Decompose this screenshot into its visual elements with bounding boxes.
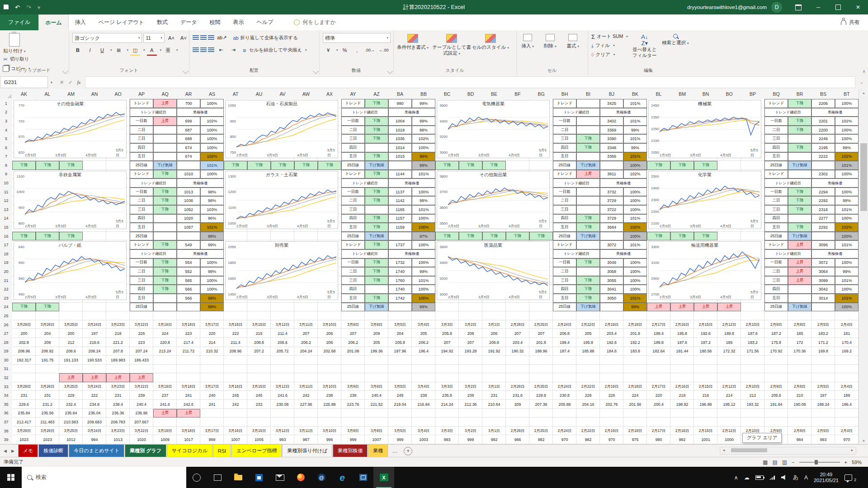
column-header-BG[interactable]: BG <box>529 89 553 99</box>
data-cell[interactable]: 201.56 <box>623 400 647 409</box>
align-left-icon[interactable] <box>193 47 199 52</box>
trend-value[interactable] <box>576 152 600 161</box>
data-cell[interactable]: 198.92 <box>670 400 694 409</box>
data-cell[interactable]: 1023 <box>12 435 36 444</box>
action-center-icon[interactable] <box>844 474 852 481</box>
row-header-31[interactable]: 31 <box>0 365 13 374</box>
trend-value[interactable]: 下げ気味 <box>153 161 177 170</box>
trend-value[interactable]: 下げ気味 <box>365 161 388 170</box>
date-cell[interactable]: 3月2日 <box>459 382 482 391</box>
data-cell[interactable]: 229 <box>59 391 83 400</box>
data-cell[interactable]: 186.433 <box>130 356 153 365</box>
data-cell[interactable]: 230.8 <box>553 391 576 400</box>
trend-value[interactable] <box>576 205 600 214</box>
data-cell[interactable]: 993 <box>435 435 459 444</box>
more-sheets-button[interactable]: … <box>388 445 401 457</box>
trend-value[interactable]: 上昇 <box>788 276 811 285</box>
date-cell[interactable]: 3月15日 <box>247 427 271 436</box>
data-cell[interactable]: 197.96 <box>388 347 412 356</box>
date-cell[interactable]: 2月8日 <box>788 382 811 391</box>
close-button[interactable]: ✕ <box>848 0 868 14</box>
data-cell[interactable]: 987 <box>294 435 318 444</box>
sheet-tab-RSI[interactable]: RSI <box>213 445 231 457</box>
trend-value[interactable] <box>153 152 177 161</box>
avatar[interactable]: D <box>771 2 782 13</box>
trend-value[interactable]: 上昇 <box>788 240 811 249</box>
data-cell[interactable]: 226 <box>600 391 623 400</box>
date-cell[interactable]: 3月24日 <box>83 382 106 391</box>
date-cell[interactable]: 2月12日 <box>717 382 741 391</box>
trend-value[interactable]: 下降 <box>576 285 600 294</box>
data-cell[interactable]: 215 <box>247 329 271 338</box>
date-cell[interactable]: 3月23日 <box>106 382 130 391</box>
data-cell[interactable]: 180.56 <box>694 347 717 356</box>
trend-value[interactable]: 下降 <box>788 188 811 197</box>
fill-button[interactable]: ⤓フィル▾ <box>591 41 628 50</box>
data-cell[interactable]: 999 <box>459 435 482 444</box>
row-header-39[interactable]: 39 <box>0 435 13 444</box>
row-header-6[interactable]: 6 <box>0 143 13 153</box>
data-cell[interactable]: 1005 <box>247 435 271 444</box>
data-cell[interactable]: 207.8 <box>106 347 130 356</box>
data-cell[interactable]: 242 <box>294 391 318 400</box>
data-cell[interactable]: 207.667 <box>130 418 153 427</box>
date-cell[interactable]: 3月22日 <box>130 382 153 391</box>
data-cell[interactable]: 970 <box>553 435 576 444</box>
chart-機械業[interactable]: 機械業245023502250215020502月5日3月5日4月5日5月5日 <box>648 100 761 158</box>
font-color-button[interactable]: A <box>146 46 157 55</box>
data-cell[interactable]: 239 <box>412 391 435 400</box>
column-header-BT[interactable]: BT <box>835 89 859 99</box>
trend-value[interactable]: 上昇 <box>153 99 177 108</box>
trend-value[interactable]: 下降 <box>365 188 388 197</box>
date-cell[interactable]: 3月17日 <box>200 382 224 391</box>
sheet-tab-サイコロジカル[interactable]: サイコロジカル <box>167 445 212 457</box>
trend-value[interactable]: 下降 <box>576 214 600 223</box>
trend-value[interactable]: 下降 <box>153 240 177 249</box>
date-cell[interactable]: 3月17日 <box>200 427 224 436</box>
data-cell[interactable]: 231.2 <box>36 400 59 409</box>
row-header-8[interactable]: 8 <box>0 161 13 170</box>
cancel-formula-button[interactable]: ✕ <box>60 80 64 85</box>
marker-cell[interactable]: 下降 <box>694 161 717 170</box>
chart-パルプ・紙[interactable]: パルプ・紙6405905404902月5日3月5日4月5日5月5日 <box>14 241 127 300</box>
date-cell[interactable]: 3月10日 <box>318 427 341 436</box>
data-cell[interactable]: 999 <box>341 435 365 444</box>
date-cell[interactable]: 3月9日 <box>341 427 365 436</box>
data-cell[interactable]: 982 <box>529 435 553 444</box>
data-cell[interactable]: 183.2 <box>741 338 764 347</box>
trend-value[interactable]: 下げ気味 <box>576 303 600 312</box>
tab-ヘルプ[interactable]: ヘルプ <box>250 14 280 30</box>
trend-value[interactable] <box>365 143 388 152</box>
borders-button[interactable]: ⊞ <box>113 46 124 55</box>
data-cell[interactable]: 221.52 <box>365 400 388 409</box>
date-cell[interactable]: 3月17日 <box>200 320 224 329</box>
tab-校閲[interactable]: 校閲 <box>203 14 227 30</box>
date-cell[interactable]: 3月12日 <box>271 320 294 329</box>
data-cell[interactable]: 189.983 <box>106 356 130 365</box>
data-cell[interactable]: 192.2 <box>623 338 647 347</box>
trend-value[interactable]: 下降 <box>576 258 600 267</box>
data-cell[interactable]: 227.96 <box>294 400 318 409</box>
date-cell[interactable]: 2月16日 <box>670 427 694 436</box>
data-cell[interactable]: 182.64 <box>647 347 670 356</box>
data-cell[interactable]: 187.6 <box>670 338 694 347</box>
trend-value[interactable]: 下降 <box>576 276 600 285</box>
collapse-ribbon-chevron-icon[interactable]: ˄ <box>863 69 865 74</box>
insert-function-button[interactable]: fx <box>77 80 80 85</box>
row-header-2[interactable]: 2 <box>0 108 13 117</box>
date-cell[interactable]: 2月24日 <box>553 427 576 436</box>
column-header-AZ[interactable]: AZ <box>365 89 389 99</box>
row-header-30[interactable]: 30 <box>0 356 13 365</box>
trend-value[interactable]: 下げ気味 <box>788 232 811 241</box>
data-cell[interactable]: 236.36 <box>106 409 130 418</box>
data-cell[interactable]: 242 <box>224 400 247 409</box>
data-cell[interactable]: 235.84 <box>12 409 36 418</box>
data-cell[interactable]: 205.6 <box>764 391 788 400</box>
data-cell[interactable]: 212 <box>59 338 83 347</box>
taskbar-app-firefox-icon[interactable] <box>290 467 311 488</box>
select-all-corner[interactable] <box>0 89 13 99</box>
data-cell[interactable]: 238.4 <box>106 400 130 409</box>
trend-value[interactable]: 下降 <box>365 126 388 135</box>
decrease-font-button[interactable]: A˅ <box>178 33 189 42</box>
trend-value[interactable]: 下降 <box>153 205 177 214</box>
